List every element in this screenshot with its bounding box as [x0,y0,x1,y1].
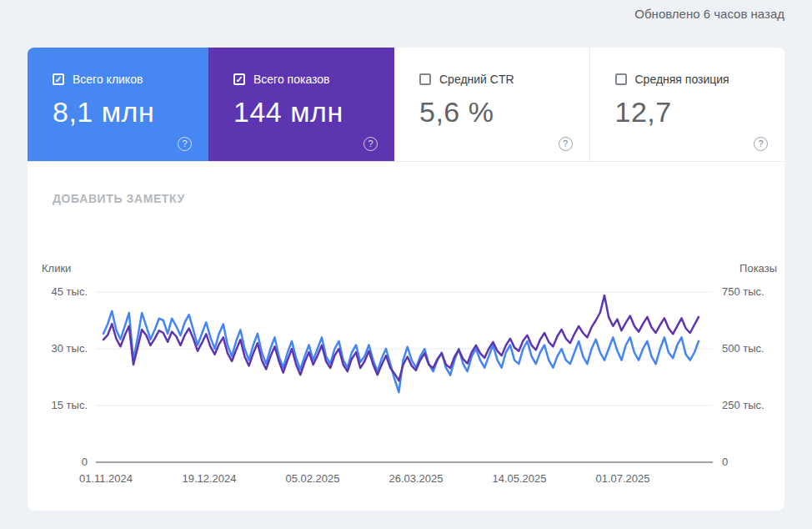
help-icon[interactable]: ? [754,137,768,151]
axis-tick-label: 500 тыс. [722,342,764,355]
right-axis-title: Показы [739,262,777,275]
add-note-button[interactable]: ДОБАВИТЬ ЗАМЕТКУ [53,192,185,205]
axis-tick-label: 750 тыс. [722,285,764,299]
check-icon: ✓ [235,75,243,84]
card-label: Всего кликов [73,73,143,86]
average-position-value: 12,7 [615,96,785,128]
series-line-Показы [103,295,699,380]
axis-tick-label: 0 [28,456,88,469]
average-position-checkbox[interactable] [615,73,627,85]
performance-panel: ✓ Всего кликов 8,1 млн ? ✓ Всего показов… [28,48,784,511]
left-axis-title: Клики [42,262,71,275]
help-icon[interactable]: ? [178,137,192,151]
card-average-ctr[interactable]: Средний CTR 5,6 % ? [394,48,589,161]
card-average-position[interactable]: Средняя позиция 12,7 ? [589,48,785,161]
average-ctr-checkbox[interactable] [419,73,431,85]
chart-section: ДОБАВИТЬ ЗАМЕТКУ Клики Показы 45 тыс.30 … [28,162,784,510]
total-impressions-checkbox[interactable]: ✓ [233,73,245,85]
x-axis-date-label: 19.12.2024 [182,472,236,485]
check-icon: ✓ [54,75,62,84]
axis-tick-label: 0 [722,456,728,469]
help-icon[interactable]: ? [559,137,573,151]
total-impressions-value: 144 млн [233,96,394,128]
total-clicks-value: 8,1 млн [53,96,208,128]
help-icon[interactable]: ? [363,137,378,151]
axis-tick-label: 250 тыс. [722,399,764,412]
series-line-Клики [103,311,699,392]
x-axis-date-label: 05.02.2025 [285,472,339,485]
total-clicks-checkbox[interactable]: ✓ [53,73,64,85]
x-axis-date-label: 01.07.2025 [595,472,649,485]
card-label: Средний CTR [439,73,514,86]
axis-tick-label: 15 тыс. [28,399,88,412]
card-label: Всего показов [253,73,330,86]
x-axis-date-label: 26.03.2025 [388,472,443,485]
chart-svg[interactable] [96,275,713,467]
last-updated-status: Обновлено 6 часов назад [634,7,784,21]
x-axis-date-label: 14.05.2025 [492,472,546,485]
axis-tick-label: 45 тыс. [28,285,88,299]
axis-tick-label: 30 тыс. [28,342,88,355]
metric-cards-row: ✓ Всего кликов 8,1 млн ? ✓ Всего показов… [28,48,784,162]
card-total-impressions[interactable]: ✓ Всего показов 144 млн ? [208,48,394,161]
x-axis-date-label: 01.11.2024 [79,472,133,485]
average-ctr-value: 5,6 % [419,96,589,128]
card-label: Средняя позиция [635,73,729,86]
card-total-clicks[interactable]: ✓ Всего кликов 8,1 млн ? [28,48,208,161]
